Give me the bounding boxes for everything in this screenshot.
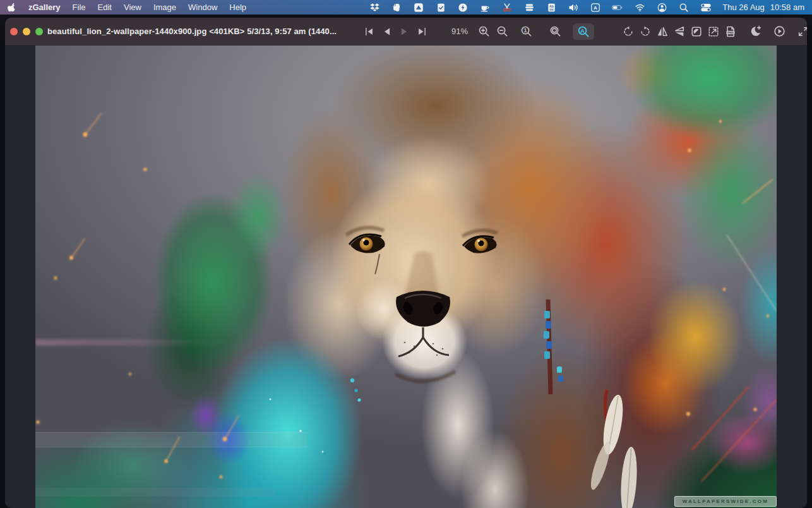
lion-face-overlay bbox=[35, 45, 777, 508]
menu-edit[interactable]: Edit bbox=[98, 3, 112, 12]
title-bar[interactable]: beautiful_lion_2-wallpaper-1440x900.jpg … bbox=[5, 18, 807, 45]
svg-text:PNG: PNG bbox=[727, 31, 734, 34]
viewer-content: WALLPAPERSWIDE.COM bbox=[5, 45, 807, 508]
zoom-out-button[interactable] bbox=[494, 23, 510, 40]
menu-bar-clock[interactable]: Thu 26 Aug 10:58 am bbox=[722, 3, 804, 12]
adjust-icon[interactable] bbox=[689, 23, 704, 40]
view-toolbar-group bbox=[748, 18, 807, 45]
deliveries-icon[interactable] bbox=[413, 2, 424, 13]
zgallery-window: beautiful_lion_2-wallpaper-1440x900.jpg … bbox=[5, 18, 807, 508]
menu-file[interactable]: File bbox=[73, 3, 86, 12]
go-last-button[interactable] bbox=[414, 23, 429, 40]
zoom-toolbar-group: 91% 1 A bbox=[446, 18, 594, 45]
time-text: 10:58 am bbox=[770, 3, 804, 12]
menu-view[interactable]: View bbox=[124, 3, 141, 12]
minimize-button[interactable] bbox=[23, 28, 30, 35]
svg-text:A: A bbox=[594, 5, 597, 11]
menu-window[interactable]: Window bbox=[188, 3, 217, 12]
svg-text:1: 1 bbox=[523, 27, 527, 33]
menu-image[interactable]: Image bbox=[153, 3, 176, 12]
slideshow-icon[interactable] bbox=[772, 23, 787, 40]
menu-bar: zGallery File Edit View Image Window Hel… bbox=[0, 0, 812, 15]
convert-png-icon[interactable]: PNG bbox=[723, 23, 738, 40]
zoom-actual-size-button[interactable]: 1 bbox=[518, 23, 534, 40]
control-center-icon[interactable] bbox=[700, 2, 712, 13]
menu-help[interactable]: Help bbox=[229, 3, 246, 12]
rotate-left-icon[interactable] bbox=[621, 23, 636, 40]
go-first-button[interactable] bbox=[361, 23, 376, 40]
zoom-level: 91% bbox=[446, 27, 474, 36]
image-canvas[interactable]: WALLPAPERSWIDE.COM bbox=[35, 45, 777, 508]
window-title: beautiful_lion_2-wallpaper-1440x900.jpg … bbox=[47, 18, 337, 45]
scissors-icon[interactable] bbox=[501, 2, 513, 13]
flip-horizontal-icon[interactable] bbox=[655, 23, 670, 40]
flash-icon[interactable] bbox=[457, 2, 469, 13]
app-menu-title[interactable]: zGallery bbox=[28, 3, 61, 12]
wifi-icon[interactable] bbox=[634, 2, 645, 13]
fullscreen-icon[interactable] bbox=[796, 23, 807, 40]
watermark: WALLPAPERSWIDE.COM bbox=[674, 496, 777, 507]
caffeine-icon[interactable] bbox=[479, 2, 491, 13]
tasks-icon[interactable] bbox=[435, 2, 446, 13]
zoom-in-button[interactable] bbox=[476, 23, 491, 40]
svg-text:Ab: Ab bbox=[549, 4, 554, 8]
flip-vertical-icon[interactable] bbox=[672, 23, 687, 40]
zoom-window-button[interactable] bbox=[35, 28, 43, 35]
go-next-button[interactable] bbox=[397, 23, 412, 40]
evernote-icon[interactable] bbox=[391, 2, 402, 13]
date-text: Thu 26 Aug bbox=[722, 3, 765, 12]
input-source-icon[interactable]: A bbox=[590, 2, 601, 13]
transform-toolbar-group: PNG bbox=[621, 18, 738, 45]
volume-icon[interactable] bbox=[568, 2, 579, 13]
battery-icon[interactable] bbox=[612, 2, 623, 13]
zoom-auto-button[interactable]: A bbox=[573, 23, 594, 40]
stack-icon[interactable] bbox=[523, 2, 535, 13]
svg-text:A: A bbox=[580, 27, 585, 33]
textedit-icon[interactable]: Ab bbox=[546, 2, 557, 13]
apple-menu-icon[interactable] bbox=[8, 3, 16, 13]
search-icon[interactable] bbox=[678, 2, 690, 13]
zoom-fit-button[interactable] bbox=[547, 23, 563, 40]
traffic-lights bbox=[10, 18, 43, 45]
dropbox-icon[interactable] bbox=[369, 2, 380, 13]
go-previous-button[interactable] bbox=[379, 23, 394, 40]
resize-icon[interactable] bbox=[706, 23, 721, 40]
rotate-right-icon[interactable] bbox=[638, 23, 653, 40]
close-button[interactable] bbox=[10, 28, 18, 35]
nav-toolbar-group bbox=[361, 18, 429, 45]
user-switch-icon[interactable] bbox=[656, 2, 667, 13]
night-mode-icon[interactable] bbox=[748, 23, 763, 40]
